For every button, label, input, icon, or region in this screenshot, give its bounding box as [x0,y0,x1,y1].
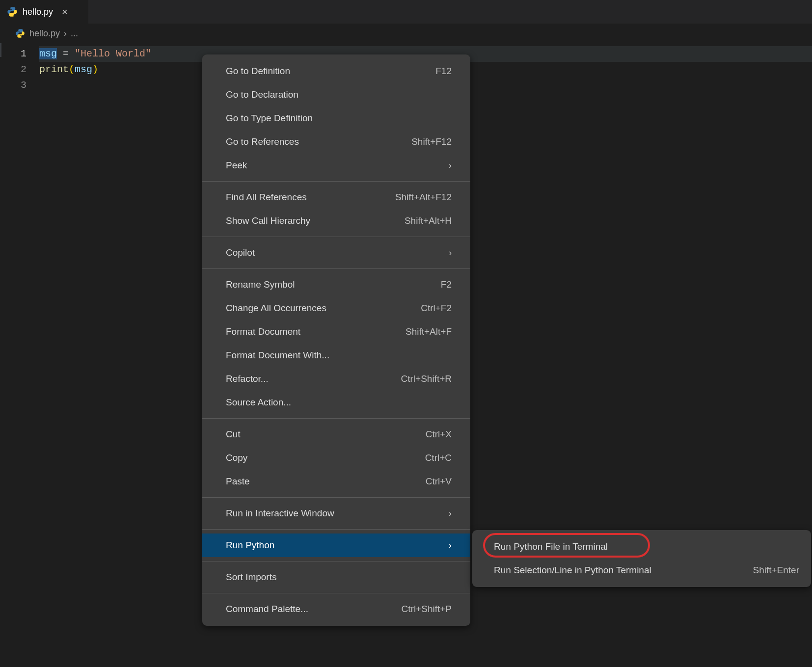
chevron-right-icon: › [449,154,452,177]
menu-item[interactable]: Go to Type Definition [202,107,470,130]
menu-item-label: Peek [226,154,247,177]
menu-item-label: Show Call Hierarchy [226,209,310,233]
breadcrumb[interactable]: hello.py › ... [0,24,812,43]
menu-item-shortcut: Ctrl+Shift+R [401,367,452,391]
line-number: 2 [0,62,27,78]
menu-item[interactable]: Command Palette...Ctrl+Shift+P [202,597,470,621]
tab-filename: hello.py [23,7,53,17]
menu-item-label: Go to References [226,130,299,154]
token-function: print [39,64,69,75]
menu-item[interactable]: Copilot› [202,241,470,265]
menu-item-shortcut: Ctrl+Shift+P [402,597,452,621]
python-icon [15,28,26,39]
menu-item-shortcut: Shift+Alt+F [406,320,452,344]
menu-item-shortcut: Shift+F12 [411,130,452,154]
menu-item-label: Go to Declaration [226,83,298,107]
menu-item[interactable]: Format DocumentShift+Alt+F [202,320,470,344]
chevron-right-icon: › [449,534,452,557]
token-operator: = [57,48,75,59]
menu-item[interactable]: Format Document With... [202,344,470,367]
menu-item[interactable]: Show Call HierarchyShift+Alt+H [202,209,470,233]
menu-item-label: Copilot [226,241,255,265]
menu-item-label: Sort Imports [226,565,276,589]
menu-item[interactable]: Run Python› [202,534,470,557]
menu-item[interactable]: PasteCtrl+V [202,470,470,493]
menu-item[interactable]: Sort Imports [202,565,470,589]
menu-item-label: Paste [226,470,250,493]
menu-item-shortcut: Ctrl+X [426,423,452,446]
menu-item[interactable]: Rename SymbolF2 [202,273,470,296]
menu-item-label: Source Action... [226,391,291,414]
chevron-right-icon: › [449,241,452,265]
menu-separator [202,529,470,530]
breadcrumb-filename: hello.py [29,28,60,39]
menu-item[interactable]: Go to ReferencesShift+F12 [202,130,470,154]
menu-item-shortcut: Shift+Alt+F12 [395,186,452,209]
menu-separator [202,561,470,561]
menu-separator [202,237,470,237]
menu-item-label: Format Document [226,320,300,344]
close-icon[interactable]: × [62,7,68,17]
menu-item[interactable]: Peek› [202,154,470,177]
menu-separator [202,418,470,419]
breadcrumb-separator: › [64,28,67,39]
line-number: 3 [0,78,27,93]
submenu-item-shortcut: Shift+Enter [753,559,799,582]
menu-item-shortcut: F2 [441,273,452,296]
menu-item-label: Go to Definition [226,59,290,83]
menu-item-shortcut: Ctrl+C [425,446,452,470]
chevron-right-icon: › [449,502,452,525]
token-paren: ) [92,64,98,75]
menu-item-label: Command Palette... [226,597,308,621]
menu-item-label: Refactor... [226,367,269,391]
context-submenu[interactable]: Run Python File in TerminalRun Selection… [472,530,811,587]
token-string: "Hello World" [75,48,151,59]
menu-item[interactable]: Change All OccurrencesCtrl+F2 [202,296,470,320]
menu-item-shortcut: Shift+Alt+H [405,209,452,233]
line-number: 1 [0,46,27,62]
line-number-gutter: 1 2 3 [0,46,39,93]
token-paren: ( [69,64,75,75]
menu-item-label: Go to Type Definition [226,107,313,130]
menu-item[interactable]: Refactor...Ctrl+Shift+R [202,367,470,391]
menu-item-shortcut: Ctrl+V [426,470,452,493]
submenu-item-label: Run Python File in Terminal [494,535,608,559]
submenu-item[interactable]: Run Python File in Terminal [472,535,811,559]
menu-item-label: Run in Interactive Window [226,502,334,525]
menu-item[interactable]: Source Action... [202,391,470,414]
menu-item[interactable]: CutCtrl+X [202,423,470,446]
menu-item-label: Run Python [226,534,274,557]
menu-item-label: Change All Occurrences [226,296,326,320]
menu-item-shortcut: Ctrl+F2 [421,296,452,320]
menu-item[interactable]: Go to Declaration [202,83,470,107]
menu-item[interactable]: Run in Interactive Window› [202,502,470,525]
context-menu[interactable]: Go to DefinitionF12Go to DeclarationGo t… [202,54,470,626]
tab-bar: hello.py × [0,0,812,24]
menu-item[interactable]: CopyCtrl+C [202,446,470,470]
token-variable: msg [75,64,92,75]
gutter-indicator [0,43,1,57]
menu-item-label: Copy [226,446,247,470]
menu-separator [202,181,470,182]
python-icon [7,6,18,17]
menu-separator [202,497,470,498]
menu-item[interactable]: Find All ReferencesShift+Alt+F12 [202,186,470,209]
menu-item-label: Rename Symbol [226,273,295,296]
submenu-item[interactable]: Run Selection/Line in Python TerminalShi… [472,559,811,582]
submenu-item-label: Run Selection/Line in Python Terminal [494,559,651,582]
menu-item-label: Find All References [226,186,307,209]
breadcrumb-more: ... [71,28,78,39]
editor-tab[interactable]: hello.py × [0,0,88,24]
menu-item-label: Cut [226,423,241,446]
menu-item[interactable]: Go to DefinitionF12 [202,59,470,83]
menu-separator [202,268,470,269]
menu-separator [202,593,470,593]
menu-item-label: Format Document With... [226,344,329,367]
token-variable: msg [39,48,57,59]
menu-item-shortcut: F12 [435,59,452,83]
